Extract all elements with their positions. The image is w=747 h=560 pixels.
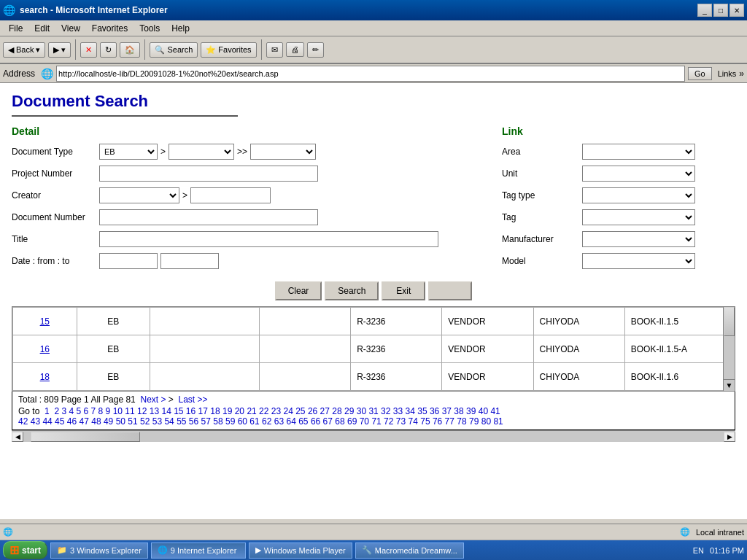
page-link-20[interactable]: 20 (235, 406, 244, 416)
page-link-24[interactable]: 24 (283, 406, 293, 416)
page-link-8[interactable]: 8 (98, 406, 104, 416)
page-link-58[interactable]: 58 (213, 416, 222, 427)
page-link-60[interactable]: 60 (238, 416, 247, 427)
page-link-37[interactable]: 37 (442, 406, 452, 416)
menu-tools[interactable]: Tools (133, 22, 166, 35)
go-button[interactable]: Go (688, 67, 712, 80)
page-link-6[interactable]: 6 (84, 406, 89, 416)
page-link-16[interactable]: 16 (186, 406, 196, 416)
page-link-2[interactable]: 2 (54, 406, 59, 416)
page-link-21[interactable]: 21 (247, 406, 256, 416)
page-link-72[interactable]: 72 (384, 416, 393, 427)
page-link-76[interactable]: 76 (433, 416, 442, 427)
tag-select[interactable] (582, 209, 695, 225)
address-input[interactable] (56, 66, 685, 82)
model-select[interactable] (582, 253, 695, 269)
page-link-57[interactable]: 57 (201, 416, 211, 427)
page-link-56[interactable]: 56 (189, 416, 198, 427)
horizontal-scrollbar[interactable]: ◀ ▶ (12, 430, 735, 442)
close-button[interactable]: ✕ (729, 4, 744, 17)
page-link-75[interactable]: 75 (420, 416, 430, 427)
page-link-47[interactable]: 47 (80, 416, 89, 427)
row-link[interactable]: 18 (40, 372, 50, 382)
forward-button[interactable]: ▶ ▾ (48, 42, 71, 58)
page-link-12[interactable]: 12 (137, 406, 147, 416)
favorites-button[interactable]: ⭐ Favorites (201, 42, 256, 58)
menu-favorites[interactable]: Favorites (86, 22, 133, 35)
page-link-52[interactable]: 52 (140, 416, 150, 427)
page-link-7[interactable]: 7 (91, 406, 96, 416)
page-link-44[interactable]: 44 (42, 416, 52, 427)
area-select[interactable] (582, 144, 695, 160)
search-submit-button[interactable]: Search (325, 281, 379, 300)
page-link-80[interactable]: 80 (481, 416, 491, 427)
extra-button[interactable] (428, 281, 472, 300)
document-type-select2[interactable] (169, 144, 234, 160)
menu-view[interactable]: View (55, 22, 86, 35)
menu-edit[interactable]: Edit (28, 22, 55, 35)
page-link-81[interactable]: 81 (493, 416, 503, 427)
page-link-14[interactable]: 14 (161, 406, 171, 416)
page-link-45[interactable]: 45 (55, 416, 64, 427)
scroll-right-btn[interactable]: ▶ (724, 432, 735, 442)
page-link-25[interactable]: 25 (295, 406, 305, 416)
project-number-input[interactable] (99, 166, 318, 182)
window-controls[interactable]: _ □ ✕ (697, 4, 744, 17)
scrollbar-track[interactable]: ▼ (723, 307, 735, 391)
scroll-left-btn[interactable]: ◀ (12, 432, 23, 442)
page-link-30[interactable]: 30 (357, 406, 366, 416)
page-link-31[interactable]: 31 (368, 406, 378, 416)
results-scroll[interactable]: 15 EB R-3236 VENDOR CHIYODA BOOK-II.1.5 … (12, 307, 735, 391)
page-link-78[interactable]: 78 (457, 416, 466, 427)
page-link-74[interactable]: 74 (409, 416, 418, 427)
page-link-62[interactable]: 62 (262, 416, 271, 427)
row-link[interactable]: 16 (40, 344, 50, 354)
page-link-65[interactable]: 65 (298, 416, 308, 427)
next-link[interactable]: Next > (140, 394, 166, 405)
page-link-4[interactable]: 4 (69, 406, 74, 416)
document-type-select1[interactable]: EB (99, 144, 158, 160)
page-link-51[interactable]: 51 (128, 416, 137, 427)
creator-input[interactable] (190, 187, 271, 203)
page-link-3[interactable]: 3 (61, 406, 66, 416)
page-link-46[interactable]: 46 (67, 416, 77, 427)
page-link-40[interactable]: 40 (479, 406, 488, 416)
title-input[interactable] (99, 231, 438, 247)
page-link-49[interactable]: 49 (104, 416, 113, 427)
page-link-55[interactable]: 55 (177, 416, 186, 427)
page-link-28[interactable]: 28 (332, 406, 341, 416)
menu-file[interactable]: File (3, 22, 28, 35)
document-number-input[interactable] (99, 209, 318, 225)
refresh-button[interactable]: ↻ (100, 42, 117, 58)
page-link-18[interactable]: 18 (210, 406, 220, 416)
page-link-11[interactable]: 11 (125, 406, 134, 416)
back-button[interactable]: ◀ Back ▾ (3, 42, 45, 58)
edit-button[interactable]: ✏ (307, 42, 324, 58)
page-link-48[interactable]: 48 (91, 416, 101, 427)
page-link-77[interactable]: 77 (445, 416, 454, 427)
page-link-73[interactable]: 73 (396, 416, 406, 427)
unit-select[interactable] (582, 166, 695, 182)
stop-button[interactable]: ✕ (80, 42, 97, 58)
page-link-41[interactable]: 41 (490, 406, 500, 416)
page-link-36[interactable]: 36 (430, 406, 439, 416)
page-link-9[interactable]: 9 (106, 406, 111, 416)
page-link-29[interactable]: 29 (344, 406, 354, 416)
page-link-53[interactable]: 53 (152, 416, 162, 427)
page-link-59[interactable]: 59 (225, 416, 235, 427)
page-link-69[interactable]: 69 (347, 416, 357, 427)
page-link-67[interactable]: 67 (323, 416, 333, 427)
clear-button[interactable]: Clear (275, 281, 322, 300)
last-link[interactable]: Last >> (179, 394, 208, 405)
maximize-button[interactable]: □ (713, 4, 728, 17)
page-link-39[interactable]: 39 (466, 406, 476, 416)
page-link-79[interactable]: 79 (469, 416, 479, 427)
page-link-22[interactable]: 22 (259, 406, 268, 416)
search-button[interactable]: 🔍 Search (150, 42, 198, 58)
date-to-input[interactable] (160, 253, 219, 269)
page-link-27[interactable]: 27 (320, 406, 330, 416)
page-link-68[interactable]: 68 (335, 416, 344, 427)
home-button[interactable]: 🏠 (120, 42, 140, 58)
page-link-26[interactable]: 26 (308, 406, 317, 416)
row-link[interactable]: 15 (40, 316, 50, 327)
